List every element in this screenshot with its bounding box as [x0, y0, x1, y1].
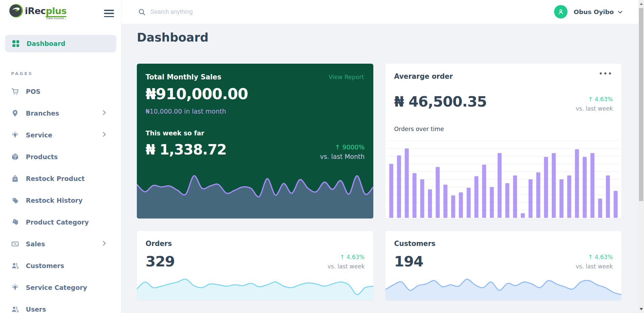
view-report-link[interactable]: View Report	[329, 74, 364, 80]
lightbulb-icon	[11, 284, 19, 292]
cart-icon	[11, 87, 19, 96]
topbar: Obus Oyibo	[121, 0, 638, 24]
sidebar-nav: POS Branches	[0, 80, 121, 313]
user-menu[interactable]: Obus Oyibo	[554, 4, 623, 19]
orders-value: 329	[146, 253, 175, 270]
sidebar-item-label: Customers	[26, 262, 64, 269]
menu-toggle-button[interactable]	[104, 10, 115, 17]
sidebar-item-label: POS	[26, 88, 41, 95]
sidebar-item-label: Service	[26, 131, 52, 139]
user-name: Obus Oyibo	[574, 8, 614, 15]
sidebar-item-label: Restock Product	[26, 175, 85, 182]
brand-name-accent: plus	[46, 6, 66, 17]
sidebar-item-service[interactable]: Service	[0, 124, 121, 146]
total-monthly-sales-card: Total Monthly Sales View Report ₦910,000…	[137, 64, 373, 218]
sidebar-item-pos[interactable]: POS	[0, 80, 121, 102]
sidebar-item-dashboard[interactable]: Dashboard	[5, 35, 116, 52]
sidebar-item-branches[interactable]: Branches	[0, 102, 121, 124]
sidebar-item-users[interactable]: Users	[0, 298, 121, 313]
scrollbar-up-arrow-icon[interactable]	[640, 3, 643, 5]
arrow-up-icon: ↑	[588, 254, 593, 260]
sidebar-item-product-category[interactable]: Product Category	[0, 211, 121, 233]
delta-badge: ↑ 4.63%	[340, 254, 365, 260]
average-order-card: Averarge order ••• ₦ 46,500.35 ↑ 4.63% v…	[385, 64, 622, 218]
card-title: Customers	[394, 240, 435, 248]
chart-label: Orders over time	[394, 126, 444, 132]
sidebar-item-products[interactable]: Products	[0, 146, 121, 168]
arrow-up-icon: ↑	[335, 143, 340, 151]
dashboard-grid-icon	[12, 40, 20, 48]
orders-sparkline-chart	[137, 272, 373, 300]
card-title: Total Monthly Sales	[146, 73, 221, 81]
week-label: This week so far	[146, 129, 204, 137]
tag-icon	[11, 196, 19, 204]
week-value: ₦ 1,338.72	[146, 141, 226, 158]
orders-card: Orders 329 ↑ 4.63% vs. last week	[137, 231, 373, 300]
lightbulb-icon	[11, 131, 19, 139]
sidebar-item-label: Product Category	[26, 218, 89, 226]
orders-over-time-chart	[387, 141, 620, 218]
delta-badge: ↑ 4.63%	[588, 96, 613, 103]
sidebar-item-label: Users	[26, 306, 46, 313]
scrollbar-thumb[interactable]	[639, 8, 643, 201]
chevron-right-icon	[103, 241, 106, 247]
brand-name: iRecplus Data Insured...	[25, 6, 66, 16]
customers-value: 194	[394, 253, 423, 270]
people-icon	[11, 305, 19, 313]
sidebar-section-label: PAGES	[11, 71, 33, 76]
banknote-icon	[11, 240, 19, 248]
sidebar-item-label: Products	[26, 153, 58, 161]
sidebar-item-label: Service Category	[26, 284, 87, 291]
tags-icon	[11, 218, 19, 226]
average-order-value: ₦ 46,500.35	[394, 93, 487, 110]
delta-caption: vs. last Month	[320, 153, 365, 160]
customers-sparkline-chart	[385, 272, 622, 300]
sidebar-item-restock-product[interactable]: Restock Product	[0, 168, 121, 189]
sidebar-item-label: Sales	[26, 240, 45, 248]
brand-tagline: Data Insured...	[46, 17, 66, 20]
card-title: Averarge order	[394, 72, 453, 80]
avatar	[554, 5, 568, 18]
location-pin-icon	[11, 109, 19, 117]
delta-caption: vs. last week	[328, 263, 365, 270]
sidebar-item-label: Branches	[26, 110, 59, 117]
page-title: Dashboard	[137, 31, 208, 44]
monthly-sales-value: ₦910,000.00	[146, 85, 248, 103]
sidebar-item-service-category[interactable]: Service Category	[0, 276, 121, 298]
chevron-right-icon	[103, 132, 106, 138]
brand-logo-icon	[9, 4, 23, 17]
card-title: Orders	[146, 240, 172, 248]
monthly-sales-subtext: ₦10,000.00 in last month	[146, 108, 226, 115]
arrow-up-icon: ↑	[340, 254, 344, 260]
search-input[interactable]	[150, 6, 291, 17]
customers-card: Customers 194 ↑ 4.63% vs. last week	[385, 231, 622, 300]
sidebar-item-sales[interactable]: Sales	[0, 233, 121, 255]
sidebar-item-label: Restock History	[26, 197, 83, 204]
package-icon	[11, 153, 19, 161]
sidebar: iRecplus Data Insured... Dashboard PAGES	[0, 0, 121, 313]
delta-badge: ↑ 9000%	[335, 143, 365, 151]
more-options-icon[interactable]: •••	[599, 70, 613, 77]
people-icon	[11, 262, 19, 270]
app-root: iRecplus Data Insured... Dashboard PAGES	[0, 0, 644, 313]
arrow-up-icon: ↑	[588, 96, 593, 103]
delta-badge: ↑ 4.63%	[588, 254, 613, 260]
sidebar-item-restock-history[interactable]: Restock History	[0, 189, 121, 211]
shopping-bag-icon	[11, 175, 19, 183]
brand-logo: iRecplus Data Insured...	[9, 4, 66, 17]
weekly-sales-sparkline-chart	[137, 170, 373, 218]
brand-name-primary: iRec	[25, 6, 46, 16]
vertical-scrollbar[interactable]	[638, 0, 644, 313]
search-icon	[138, 8, 146, 17]
delta-caption: vs. last week	[576, 263, 613, 270]
scrollbar-down-arrow-icon[interactable]	[640, 308, 643, 310]
chevron-down-icon	[618, 9, 623, 15]
sidebar-item-label: Dashboard	[26, 40, 65, 47]
chevron-right-icon	[103, 110, 106, 117]
sidebar-item-customers[interactable]: Customers	[0, 255, 121, 276]
delta-caption: vs. last week	[576, 105, 613, 112]
